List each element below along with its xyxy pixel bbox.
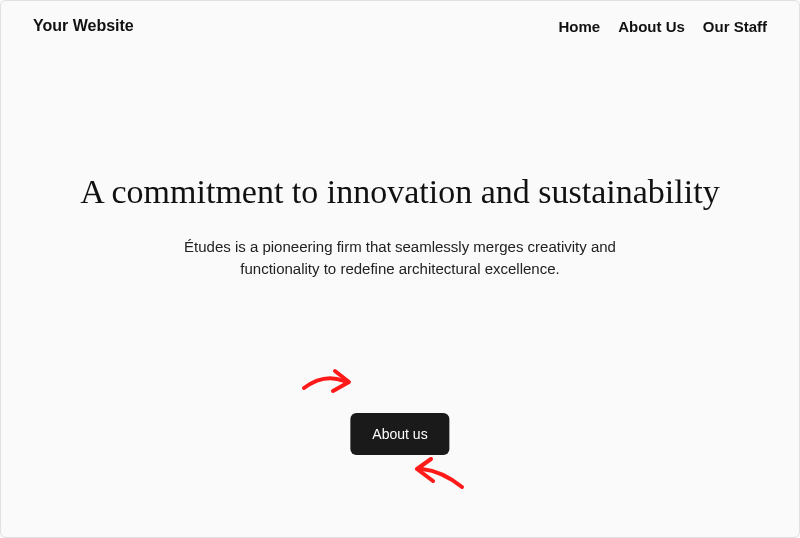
nav-about-us[interactable]: About Us <box>618 18 685 35</box>
annotation-arrow-icon <box>299 363 359 403</box>
hero-subtitle: Études is a pioneering firm that seamles… <box>150 236 650 281</box>
nav-our-staff[interactable]: Our Staff <box>703 18 767 35</box>
site-title[interactable]: Your Website <box>33 17 134 35</box>
nav-home[interactable]: Home <box>558 18 600 35</box>
hero-section: A commitment to innovation and sustainab… <box>1 171 799 281</box>
hero-title: A commitment to innovation and sustainab… <box>61 171 739 214</box>
annotation-arrow-icon <box>407 457 467 497</box>
about-us-button[interactable]: About us <box>350 413 449 455</box>
site-header: Your Website Home About Us Our Staff <box>1 1 799 51</box>
primary-nav: Home About Us Our Staff <box>558 18 767 35</box>
